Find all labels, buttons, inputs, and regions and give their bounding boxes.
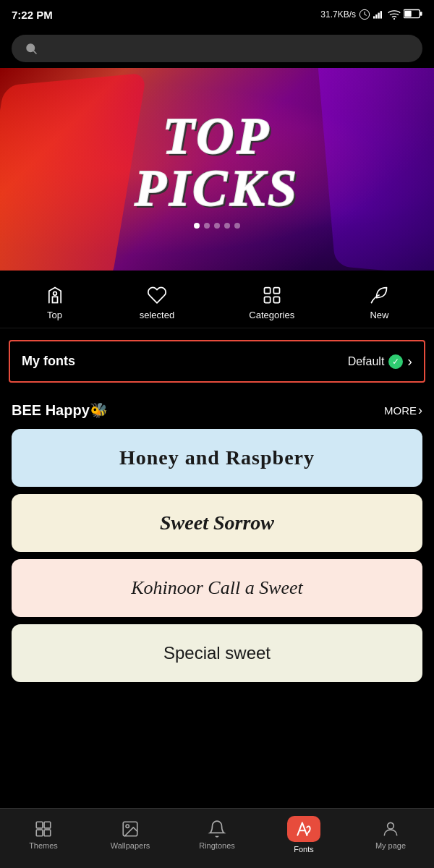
fonts-icon: [294, 820, 313, 838]
themes-icon: [34, 820, 53, 838]
my-fonts-status: Default: [348, 355, 385, 368]
font-card-1[interactable]: Honey and Raspbery: [12, 429, 422, 487]
bnav-themes-label: Themes: [29, 841, 58, 850]
status-time: 7:22 PM: [12, 9, 53, 21]
top-icon: [45, 285, 65, 305]
leaf-icon: [369, 285, 389, 305]
network-speed: 31.7KB/s: [320, 9, 356, 20]
my-fonts-right: Default ✓ ›: [348, 353, 412, 370]
my-fonts-chevron: ›: [407, 353, 412, 370]
search-bar[interactable]: [12, 35, 422, 62]
font-card-3-text: Kohinoor Call a Sweet: [131, 577, 303, 599]
font-card-2[interactable]: Sweet Sorrow: [12, 494, 422, 552]
search-icon: [25, 42, 38, 55]
svg-point-5: [393, 18, 395, 20]
svg-point-23: [388, 822, 394, 829]
bee-happy-title: BEE Happy🐝: [12, 401, 108, 419]
svg-rect-15: [264, 297, 270, 302]
font-card-3[interactable]: Kohinoor Call a Sweet: [12, 559, 422, 617]
tab-selected-label: selected: [140, 310, 174, 320]
dot-4: [224, 223, 230, 229]
svg-rect-19: [36, 830, 43, 836]
svg-rect-1: [373, 16, 375, 18]
svg-rect-18: [44, 822, 51, 828]
signal-icon: [373, 10, 385, 19]
bnav-wallpapers[interactable]: Wallpapers: [87, 820, 174, 850]
svg-rect-17: [36, 822, 43, 828]
banner: TOPPICKS: [0, 68, 434, 271]
dot-5: [234, 223, 240, 229]
banner-title: TOPPICKS: [135, 110, 299, 214]
tab-top-label: Top: [47, 310, 62, 320]
svg-rect-4: [380, 11, 382, 18]
bnav-mypage-label: My page: [375, 841, 406, 850]
svg-rect-3: [378, 13, 379, 19]
dot-2: [204, 223, 210, 229]
bnav-wallpapers-label: Wallpapers: [111, 841, 150, 850]
tab-categories-label: Categories: [249, 310, 294, 320]
tab-top[interactable]: Top: [30, 285, 80, 320]
tab-categories[interactable]: Categories: [234, 285, 309, 320]
bnav-ringtones-label: Ringtones: [199, 841, 235, 850]
svg-line-10: [33, 51, 36, 54]
grid-icon: [262, 285, 282, 305]
svg-point-22: [126, 825, 129, 827]
svg-point-9: [27, 44, 35, 52]
font-card-1-text: Honey and Raspbery: [119, 446, 315, 469]
tab-selected[interactable]: selected: [125, 285, 189, 320]
bee-happy-header: BEE Happy🐝 MORE ›: [0, 394, 434, 429]
heart-icon: [147, 285, 167, 305]
svg-rect-20: [44, 830, 51, 836]
font-cards: Honey and Raspbery Sweet Sorrow Kohinoor…: [0, 429, 434, 697]
dot-1: [194, 223, 200, 229]
bnav-fonts-label: Fonts: [294, 845, 314, 854]
svg-rect-11: [52, 297, 57, 302]
bnav-themes[interactable]: Themes: [0, 820, 87, 850]
more-link[interactable]: MORE ›: [384, 403, 422, 418]
check-icon: ✓: [388, 354, 403, 369]
tab-new[interactable]: New: [354, 285, 404, 320]
svg-rect-16: [273, 297, 279, 302]
svg-rect-8: [404, 10, 411, 16]
svg-point-12: [53, 292, 56, 295]
svg-rect-13: [264, 288, 270, 294]
banner-dots: [135, 223, 299, 229]
battery-level: [404, 9, 422, 21]
svg-rect-2: [375, 14, 377, 19]
my-fonts-row[interactable]: My fonts Default ✓ ›: [9, 340, 425, 383]
fonts-active-box: [287, 816, 320, 842]
status-bar: 7:22 PM 31.7KB/s: [0, 0, 434, 29]
ringtones-icon: [208, 820, 226, 838]
nav-tabs: Top selected Categories New: [0, 271, 434, 328]
banner-text: TOPPICKS: [135, 110, 299, 229]
bnav-ringtones[interactable]: Ringtones: [174, 820, 260, 850]
mypage-icon: [381, 820, 400, 838]
font-card-2-text: Sweet Sorrow: [160, 511, 274, 535]
svg-rect-7: [420, 12, 422, 16]
status-icons: 31.7KB/s: [320, 9, 422, 21]
dot-3: [214, 223, 220, 229]
wifi-icon: [388, 9, 401, 20]
bnav-mypage[interactable]: My page: [347, 820, 434, 850]
svg-rect-14: [273, 288, 279, 294]
font-card-4-text: Special sweet: [163, 643, 271, 663]
wallpapers-icon: [121, 820, 140, 838]
tab-new-label: New: [370, 310, 388, 320]
my-fonts-label: My fonts: [22, 354, 75, 369]
bottom-nav: Themes Wallpapers Ringtones Fonts: [0, 808, 434, 868]
bnav-fonts[interactable]: Fonts: [260, 816, 347, 854]
font-card-4[interactable]: Special sweet: [12, 624, 422, 682]
